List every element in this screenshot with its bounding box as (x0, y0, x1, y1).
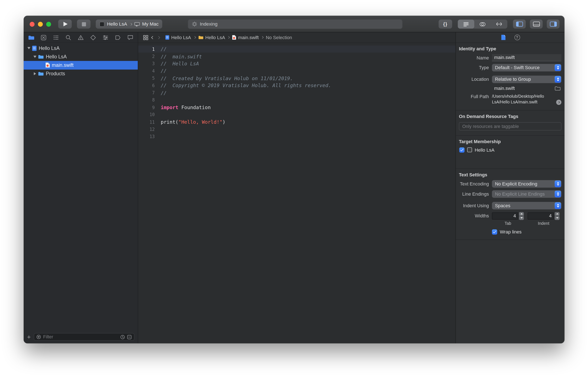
run-button[interactable] (58, 20, 72, 29)
line-number: 9 (138, 105, 155, 110)
back-button[interactable] (152, 36, 154, 39)
target-membership-checkbox[interactable] (459, 147, 464, 153)
stepper-down-button[interactable] (519, 216, 524, 220)
full-path-label: Full Path (459, 94, 492, 100)
code-line[interactable]: 10 (138, 111, 455, 118)
target-app-icon (467, 147, 472, 152)
indent-width-stepper (555, 212, 559, 220)
folder-icon (198, 35, 203, 40)
odr-tags-field[interactable] (459, 122, 561, 130)
code-line[interactable]: 1 // (138, 45, 455, 53)
tree-row-group[interactable]: Hello LsA (24, 53, 138, 61)
section-title: Target Membership (459, 139, 561, 144)
text-encoding-popup[interactable]: No Explicit Encoding (492, 180, 561, 188)
filter-field[interactable] (34, 333, 135, 341)
type-popup[interactable]: Default - Swift Source (492, 64, 561, 71)
indent-width-field[interactable] (528, 212, 554, 220)
right-panel-icon (550, 21, 557, 27)
disclosure-open-icon[interactable] (33, 55, 37, 58)
file-doc-icon (500, 34, 506, 41)
inspector-toggle-button[interactable] (547, 20, 559, 29)
source-control-navigator-tab[interactable] (40, 34, 47, 41)
target-membership-row: Hello LsA (459, 147, 561, 153)
zoom-window-button[interactable] (46, 22, 51, 27)
report-navigator-tab[interactable] (126, 34, 134, 41)
code-line[interactable]: 9 import Foundation (138, 104, 455, 111)
standard-editor-button[interactable] (458, 20, 474, 29)
file-inspector-tab[interactable] (500, 34, 506, 41)
breadcrumb-file[interactable]: main.swift (232, 35, 259, 40)
close-window-button[interactable] (30, 22, 34, 27)
stop-button[interactable] (77, 20, 90, 29)
gauge-lines-icon (102, 34, 108, 40)
forward-button[interactable] (157, 36, 160, 39)
target-name: Hello LsA (475, 147, 494, 153)
breadcrumb-group[interactable]: Hello LsA (198, 35, 225, 40)
popup-value: Default - Swift Source (495, 65, 539, 70)
breadcrumb-project[interactable]: Hello LsA (165, 35, 191, 40)
location-label: Location (459, 77, 492, 82)
breadcrumb: Hello LsA Hello LsA main.swift (165, 35, 292, 40)
code-line[interactable]: 7 // (138, 89, 455, 96)
popup-value: Spaces (495, 203, 510, 208)
speech-bubble-icon (127, 34, 133, 40)
stepper-up-button[interactable] (519, 212, 524, 216)
add-button[interactable]: + (27, 334, 31, 340)
issue-navigator-tab[interactable] (77, 34, 84, 41)
navigator-toggle-button[interactable] (513, 20, 526, 29)
disclosure-closed-icon[interactable] (33, 72, 37, 75)
scheme-selector[interactable]: Hello LsA My Mac (96, 20, 162, 29)
code-line[interactable]: 12 (138, 126, 455, 133)
name-field[interactable] (492, 54, 561, 61)
source-editor[interactable]: 1 // 2 // main.swift 3 // Hello LsA 4 // (138, 43, 455, 343)
reveal-arrow-button[interactable] (556, 100, 561, 105)
project-navigator-tab[interactable] (28, 34, 35, 41)
filter-input[interactable] (43, 334, 118, 340)
tab-width-field[interactable] (492, 212, 518, 220)
text-encoding-label: Text Encoding (459, 181, 492, 187)
code-line[interactable]: 3 // Hello LsA (138, 60, 455, 67)
code-line[interactable]: 6 // Copyright © 2019 Vratislav Holub. A… (138, 82, 455, 89)
find-navigator-tab[interactable] (65, 34, 72, 41)
scm-status-filter-icon[interactable] (127, 334, 132, 339)
code-line[interactable]: 5 // Created by Vratislav Holub on 11/01… (138, 75, 455, 82)
related-items-button[interactable] (143, 35, 148, 40)
recent-files-filter-icon[interactable] (120, 334, 125, 339)
version-editor-button[interactable] (491, 20, 507, 29)
tree-row-products[interactable]: Products (24, 69, 138, 78)
folder-icon[interactable] (555, 86, 561, 90)
debug-navigator-tab[interactable] (102, 34, 109, 41)
chevron-separator-icon (193, 36, 196, 39)
tree-row-project[interactable]: Hello LsA (24, 44, 138, 53)
xcode-window: Hello LsA My Mac (24, 16, 564, 343)
line-number: 7 (138, 90, 155, 96)
symbol-navigator-tab[interactable] (52, 34, 60, 41)
assistant-editor-button[interactable] (474, 20, 491, 29)
indent-using-popup[interactable]: Spaces (492, 202, 561, 209)
code-line[interactable]: 8 (138, 96, 455, 104)
line-endings-popup[interactable]: No Explicit Line Endings (492, 190, 561, 198)
line-number: 6 (138, 83, 155, 88)
tree-row-file-selected[interactable]: main.swift (24, 61, 138, 69)
code-line[interactable]: 2 // main.swift (138, 53, 455, 60)
wrap-lines-checkbox[interactable] (492, 229, 497, 234)
full-path-value: /Users/vholub/Desktop/Hello (492, 94, 544, 100)
minimize-window-button[interactable] (38, 22, 43, 27)
section-title: Identity and Type (459, 46, 561, 52)
disclosure-open-icon[interactable] (27, 47, 31, 49)
breadcrumb-selection[interactable]: No Selection (266, 35, 292, 40)
debug-area-toggle-button[interactable] (530, 20, 543, 29)
scheme-app-icon (99, 22, 104, 26)
library-button[interactable]: {} (439, 20, 452, 29)
stepper-up-button[interactable] (555, 212, 559, 216)
odr-tags-input[interactable] (460, 124, 560, 129)
test-navigator-tab[interactable] (90, 34, 97, 41)
quick-help-inspector-tab[interactable]: ? (514, 35, 520, 40)
code-line[interactable]: 4 // (138, 67, 455, 75)
location-popup[interactable]: Relative to Group (492, 76, 561, 83)
progress-spinner-icon (192, 21, 197, 27)
code-line[interactable]: 13 (138, 133, 455, 140)
code-line[interactable]: 11 print("Hello, World!") (138, 118, 455, 126)
breakpoint-navigator-tab[interactable] (114, 34, 121, 41)
stepper-down-button[interactable] (555, 216, 559, 220)
